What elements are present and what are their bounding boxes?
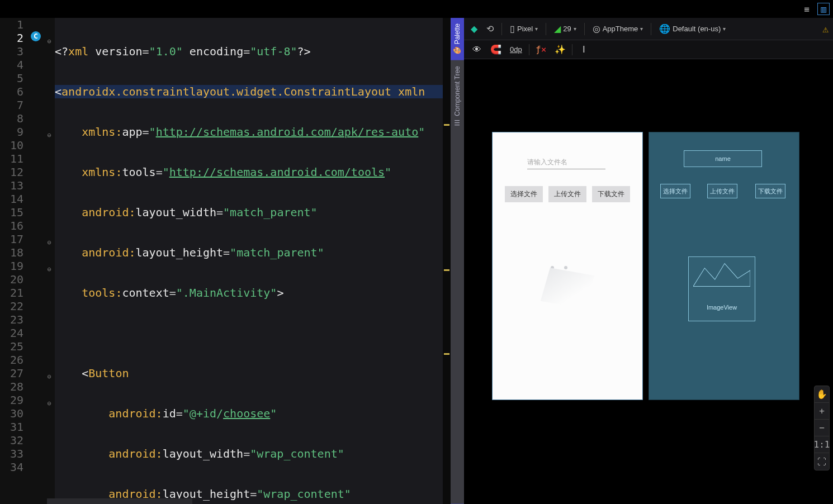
- chevron-down-icon: ▾: [640, 26, 643, 32]
- line-gutter: 1234567891011121314151617181920212223242…: [0, 18, 29, 504]
- annotation-gutter: C: [29, 18, 44, 504]
- choose-file-button[interactable]: 选择文件: [505, 186, 543, 202]
- globe-icon: 🌐: [659, 23, 670, 34]
- surface-select[interactable]: ◆: [468, 22, 480, 35]
- preview-topbar: ◆ ⟲ ▯Pixel▾ ◢29▾ ◎AppTheme▾ 🌐Default (en…: [464, 18, 833, 40]
- tree-icon: ☰: [453, 118, 461, 126]
- locale-select[interactable]: 🌐Default (en-us)▾: [657, 22, 728, 35]
- bp-upload-file-button[interactable]: 上传文件: [707, 184, 737, 198]
- zoom-fit-icon[interactable]: ⛶: [815, 453, 829, 470]
- zoom-out-icon[interactable]: −: [815, 420, 829, 436]
- orientation-icon: ⟲: [486, 23, 494, 34]
- change-badge-icon: C: [31, 31, 41, 41]
- zoom-1-1-icon[interactable]: 1:1: [815, 436, 829, 453]
- infer-constraints-icon[interactable]: ✨: [552, 42, 569, 57]
- palette-icon: 🎨: [453, 46, 461, 55]
- layout-preview: ◆ ⟲ ▯Pixel▾ ◢29▾ ◎AppTheme▾ 🌐Default (en…: [464, 18, 833, 504]
- theme-select[interactable]: ◎AppTheme▾: [590, 22, 646, 35]
- warning-icon[interactable]: ⚠: [822, 23, 829, 35]
- editor[interactable]: 1234567891011121314151617181920212223242…: [0, 18, 451, 504]
- filename-input[interactable]: 请输入文件名: [527, 156, 605, 169]
- guidelines-icon[interactable]: Ⅰ: [576, 42, 593, 57]
- horizontal-scrollbar[interactable]: [47, 498, 192, 504]
- zoom-in-icon[interactable]: +: [815, 403, 829, 420]
- stack-icon: ◆: [471, 23, 477, 34]
- bp-imageview[interactable]: ImageView: [688, 256, 755, 321]
- eye-icon[interactable]: 👁: [468, 42, 485, 57]
- component-tree-tab[interactable]: ☰ Component Tree: [451, 60, 464, 504]
- bp-choose-file-button[interactable]: 选择文件: [660, 184, 690, 198]
- palette-tab[interactable]: 🎨 Palette: [451, 18, 464, 60]
- design-view[interactable]: 请输入文件名 选择文件 上传文件 下载文件: [492, 132, 643, 400]
- preview-toolbar2: 👁 🧲 0dp ƒ× ✨ Ⅰ: [464, 40, 833, 59]
- chevron-down-icon: ▾: [723, 26, 726, 32]
- bp-download-file-button[interactable]: 下载文件: [755, 184, 785, 198]
- side-tabs: 🎨 Palette ☰ Component Tree: [451, 18, 464, 504]
- device-select[interactable]: ▯Pixel▾: [508, 22, 540, 35]
- default-margin[interactable]: 0dp: [507, 42, 526, 57]
- menu-icon[interactable]: ≡: [801, 3, 813, 15]
- theme-icon: ◎: [593, 23, 600, 34]
- android-icon: ◢: [554, 23, 561, 34]
- canvas-area[interactable]: 请输入文件名 选择文件 上传文件 下载文件 name 选择文件 上传文件: [464, 59, 833, 504]
- upload-file-button[interactable]: 上传文件: [548, 186, 586, 202]
- api-select[interactable]: ◢29▾: [552, 22, 578, 35]
- marker-bar[interactable]: [443, 18, 451, 504]
- mountain-icon: [693, 261, 750, 288]
- zoom-controls: ✋ + − 1:1 ⛶: [814, 386, 830, 470]
- code-area[interactable]: <?xml version="1.0" encoding="utf-8"?> <…: [55, 18, 443, 504]
- chevron-down-icon: ▾: [535, 26, 538, 32]
- pan-hand-icon[interactable]: ✋: [815, 386, 829, 403]
- magnet-icon[interactable]: 🧲: [488, 42, 504, 57]
- fold-gutter[interactable]: ⊖⊖⊖⊖⊖⊖: [44, 18, 55, 504]
- clear-constraints-icon[interactable]: ƒ×: [533, 42, 550, 57]
- phone-icon: ▯: [510, 23, 515, 34]
- blueprint-view[interactable]: name 选择文件 上传文件 下载文件 ImageView: [649, 132, 799, 400]
- bp-name-field[interactable]: name: [684, 150, 762, 167]
- image-placeholder-icon: [545, 255, 590, 299]
- orientation-select[interactable]: ⟲: [484, 22, 496, 35]
- download-file-button[interactable]: 下载文件: [592, 186, 630, 202]
- layout-icon[interactable]: ▥: [817, 3, 830, 15]
- chevron-down-icon: ▾: [574, 26, 576, 32]
